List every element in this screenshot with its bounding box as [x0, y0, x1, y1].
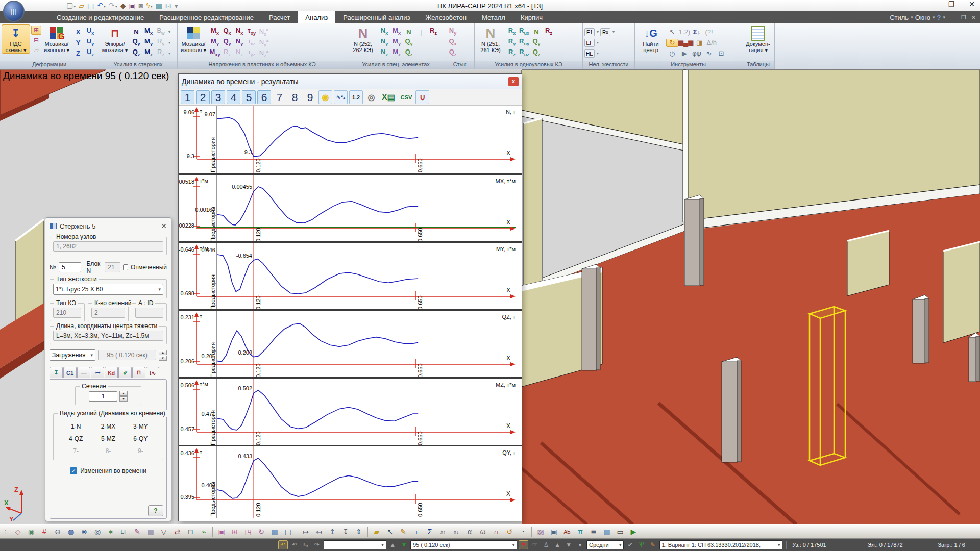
ribbon-item-▾[interactable]: ▾	[595, 29, 600, 36]
ribbon-item-τxy[interactable]: τxy	[246, 27, 258, 37]
lock-icon[interactable]: ⊡	[165, 2, 172, 9]
node-minus-icon[interactable]: ⊖	[52, 526, 64, 537]
ribbon-item-mx[interactable]: Mx	[142, 27, 155, 37]
pan-down-icon[interactable]: ↧	[339, 526, 352, 537]
ribbon-item-⊡[interactable]: ⊡	[715, 50, 727, 57]
pan-right-icon[interactable]: ↦	[300, 526, 312, 537]
ribbon-item-qz[interactable]: Qz	[530, 48, 543, 58]
down-icon[interactable]: ▼	[564, 540, 574, 549]
x-down-icon[interactable]: х↓	[450, 526, 462, 537]
ribbon-item-mxy[interactable]: Mxy	[209, 48, 221, 58]
stress-mosaic-button[interactable]: Мозаика/изополя ▾	[179, 24, 208, 54]
ribbon-item-τxz[interactable]: τxz	[246, 38, 258, 47]
ribbon-item-n[interactable]: N	[403, 29, 415, 36]
special-elements-n-button[interactable]: NN (252,262 КЭ)	[349, 24, 377, 54]
up-icon[interactable]: ▲	[553, 540, 562, 549]
ribbon-item-my[interactable]: My	[390, 38, 403, 47]
force-component-button-5[interactable]: 5	[242, 90, 256, 104]
grass-icon[interactable]: Ѱ	[636, 540, 646, 549]
force-component-button-9[interactable]: 9	[303, 90, 317, 104]
norm-variant-combo[interactable]: 1. Вариант 1: СП 63.13330.2012/2018, ▾	[659, 540, 783, 549]
ribbon-item-ux[interactable]: Ux	[84, 27, 96, 37]
history-combo[interactable]: ▾	[324, 540, 386, 549]
tab-node-bar[interactable]: ⊶	[91, 367, 104, 378]
hand-icon[interactable]: ☞	[530, 540, 540, 549]
new-file-icon[interactable]: ▢▾	[66, 2, 76, 10]
close-button[interactable]: ✕	[969, 0, 975, 8]
ribbon-item-rz[interactable]: Rz	[506, 48, 518, 58]
force-component-button-1[interactable]: 1	[181, 90, 194, 104]
rotate-fragment-icon[interactable]: ↻	[255, 526, 267, 537]
tab-kd[interactable]: Kd	[105, 367, 118, 378]
ribbon-item-◍[interactable]: ◍	[96, 50, 99, 57]
ribbon-item-ny[interactable]: Ny	[447, 27, 459, 37]
ribbon-toggle-stack[interactable]: ⊞⊟▱	[31, 24, 41, 55]
ribbon-item-qy[interactable]: Qy	[221, 38, 233, 47]
ribbon-item-nz[interactable]: Nza	[258, 48, 270, 59]
tab-hat[interactable]: ⊓	[132, 367, 145, 378]
dropdown-caret-icon[interactable]: ▾	[575, 540, 585, 549]
ribbon-item-ruz[interactable]: Ruz	[518, 48, 530, 58]
ribbon-item-nx[interactable]: Nx	[233, 27, 246, 37]
ribbon-item-φψ[interactable]: φψ	[691, 50, 703, 57]
check-icon[interactable]: ✔	[625, 540, 635, 549]
pen-mark-icon[interactable]: ✎	[131, 526, 143, 537]
cursor-select-icon[interactable]: ↖	[384, 526, 396, 537]
ribbon-item-▾[interactable]: ▾	[611, 29, 616, 36]
ribbon-item-|[interactable]: |	[415, 29, 427, 36]
ribbon-item-x[interactable]: X	[72, 29, 84, 36]
layers-icon[interactable]: ≣	[587, 526, 600, 537]
node-split-icon[interactable]: ◍	[65, 526, 77, 537]
ribbon-item-mz[interactable]: Mz	[390, 48, 403, 58]
fragment-top-icon[interactable]: ◳	[242, 526, 254, 537]
ribbon-item-mz[interactable]: Mz	[142, 48, 155, 58]
section-marker-icon[interactable]: ▰	[371, 526, 383, 537]
ribbon-item-my[interactable]: My	[209, 38, 221, 47]
tab-анализ[interactable]: Анализ	[298, 11, 335, 23]
ribbon-item-rz[interactable]: Rz	[221, 48, 233, 58]
sum-sigma-icon[interactable]: Σ	[424, 526, 436, 537]
ribbon-item-uz[interactable]: Uz	[84, 48, 96, 58]
node-center-icon[interactable]: ◎	[91, 526, 104, 537]
prev-step-icon[interactable]: ▲	[388, 540, 398, 549]
ribbon-item-mx[interactable]: Mx	[209, 27, 221, 37]
ef-toggle-icon[interactable]: EF	[118, 526, 130, 537]
ribbon-item-he[interactable]: HE	[584, 49, 595, 58]
chart-bars-icon[interactable]: ▥	[156, 2, 162, 9]
arc-rotate-icon[interactable]: ∩	[490, 526, 502, 537]
chart-panel-my[interactable]: -0.646т*м-0.698MY, т*м-0.646-0.654Предыс…	[179, 241, 522, 309]
ribbon-item-n[interactable]: N	[130, 29, 142, 36]
ribbon-item-y[interactable]: Y	[72, 39, 84, 46]
ribbon-item-δ/h[interactable]: Δ/h	[705, 39, 718, 46]
circle-quarter-icon[interactable]: ◔	[517, 526, 529, 537]
next-step-icon[interactable]: ▼	[399, 540, 409, 549]
ribbon-item-e1[interactable]: E1	[584, 28, 595, 36]
ribbon-item-▾[interactable]: ▾	[595, 50, 600, 57]
fragment-add-icon[interactable]: ⊞	[229, 526, 241, 537]
ribbon-item-∿[interactable]: ∿	[703, 50, 715, 57]
undo-history-icon[interactable]: ↶	[278, 540, 288, 549]
decimal-places-button[interactable]: 1.2	[349, 90, 363, 104]
ribbon-item-1.2)[interactable]: 1.2)	[678, 29, 691, 36]
pen-icon[interactable]: ✎	[648, 540, 657, 549]
stiffness-combo[interactable]: 1*ї. Брус 25 X 60▾	[53, 284, 163, 295]
frame-view-icon[interactable]: ▥	[268, 526, 281, 537]
ribbon-item-▦[interactable]: ▦	[96, 39, 99, 46]
force-component-button-4[interactable]: 4	[227, 90, 240, 104]
ab-labels-icon[interactable]: АБ	[561, 526, 573, 537]
ribbon-item-mx[interactable]: Mx	[390, 27, 403, 37]
load-step-stepper[interactable]: ▲▼	[159, 350, 167, 361]
pi-values-icon[interactable]: π	[574, 526, 586, 537]
tab-расширенный-анализ[interactable]: Расширенный анализ	[335, 11, 418, 23]
find-center-button[interactable]: ↓GНайтицентр	[636, 24, 665, 54]
chart-scale-21-icon[interactable]: ∿²₁	[334, 90, 348, 104]
overflow-icon[interactable]: ▾	[175, 2, 178, 9]
ribbon-item-ry[interactable]: Ry	[155, 38, 167, 47]
ribbon-item-qx[interactable]: Qx	[447, 38, 459, 47]
panel-close-icon[interactable]: ✕	[161, 222, 167, 230]
undo-icon[interactable]: ↶▾	[97, 2, 106, 10]
x-up-icon[interactable]: х↑	[437, 526, 449, 537]
diagram-3d-icon[interactable]: ▦	[144, 526, 157, 537]
alpha-icon[interactable]: α	[463, 526, 476, 537]
tab-железобетон[interactable]: Железобетон	[418, 11, 474, 23]
